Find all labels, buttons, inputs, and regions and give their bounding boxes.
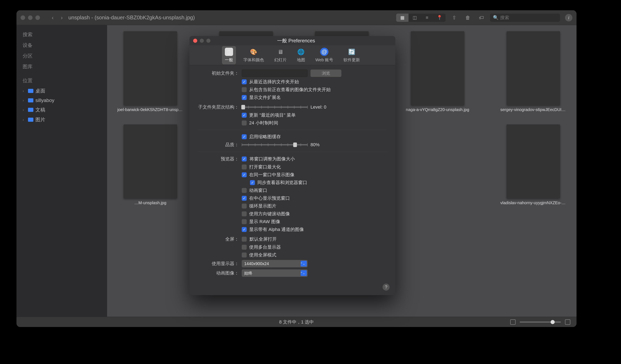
map-view-button[interactable]: 📍	[433, 14, 446, 22]
delete-button[interactable]: 🗑	[463, 14, 473, 22]
label-start-folder: 初始文件夹：	[198, 70, 239, 76]
zoom-knob[interactable]	[551, 320, 555, 324]
thumbnail-image	[506, 31, 560, 105]
help-button[interactable]: ?	[382, 284, 390, 291]
prefs-tab-general[interactable]: ▯一般	[222, 46, 236, 64]
checkbox-arrow-scroll[interactable]	[242, 211, 247, 216]
prefs-title: 一般 Preferences	[201, 37, 392, 44]
back-button[interactable]: ‹	[48, 13, 57, 22]
checkbox-show-ext[interactable]: ✓	[242, 95, 247, 100]
slideshow-icon: 🖥	[276, 48, 285, 56]
thumbnail-image	[123, 125, 177, 198]
prefs-tab-fonts[interactable]: 🎨字体和颜色	[241, 46, 267, 64]
view-single-icon[interactable]	[510, 319, 516, 325]
label-show-raw: 显示 RAW 图像	[249, 219, 280, 225]
forward-button[interactable]: ›	[57, 13, 66, 22]
browse-button[interactable]: 浏览	[310, 69, 341, 77]
thumbnail-item[interactable]: naga-a-vYQrra8gZ20-unsplash.jpg	[407, 31, 468, 112]
checkbox-start-current[interactable]	[242, 87, 247, 92]
sidebar-section-devices[interactable]: 设备	[17, 40, 107, 51]
view-grid-icon[interactable]	[565, 319, 570, 325]
sidebar-item-label: 桌面	[35, 88, 45, 94]
display-select[interactable]: 1440x900x24⌃⌄	[242, 260, 308, 267]
split-view-button[interactable]: ◫	[409, 14, 421, 22]
sidebar-item-desktop[interactable]: ›桌面	[17, 86, 107, 96]
sub-depth-slider[interactable]	[242, 107, 308, 108]
close-window-button[interactable]	[21, 16, 25, 20]
slider-knob[interactable]	[293, 142, 297, 147]
view-mode-group: ▦ ◫ ≡ 📍	[396, 14, 446, 22]
window-title: unsplash - (sonia-dauer-SBZ0bK2gkAs-unsp…	[68, 14, 195, 21]
tag-button[interactable]: 🏷	[476, 14, 486, 22]
checkbox-update-recent[interactable]: ✓	[242, 113, 247, 118]
prefs-tab-map[interactable]: 🌐地图	[294, 46, 308, 64]
slider-knob[interactable]	[241, 105, 245, 110]
thumbnail-item[interactable]: sergey-vinogradov-s6pwJEecDUI-unsplash.j…	[502, 31, 564, 112]
checkbox-multi-display[interactable]	[242, 245, 247, 250]
label-use-display: 使用显示器：	[198, 261, 239, 267]
checkbox-show-alpha[interactable]: ✓	[242, 227, 247, 232]
checkbox-24h[interactable]	[242, 121, 247, 126]
label-quality: 品质：	[198, 142, 239, 148]
label-anim-images: 动画图像：	[198, 270, 239, 276]
checkbox-resize-window[interactable]: ✓	[242, 157, 247, 161]
search-icon: 🔍	[493, 15, 499, 20]
sidebar-item-label: 图片	[35, 116, 45, 123]
thumbnail-caption: …M-unsplash.jpg	[134, 201, 166, 205]
start-folder-field[interactable]	[242, 69, 308, 77]
list-view-button[interactable]: ≡	[421, 14, 433, 22]
quality-slider[interactable]	[242, 144, 308, 145]
checkbox-anim-window[interactable]	[242, 188, 247, 193]
sidebar-item-home[interactable]: ›sillyaboy	[17, 96, 107, 105]
checkbox-fs-mode[interactable]	[242, 253, 247, 257]
sidebar-item-documents[interactable]: ›文稿	[17, 105, 107, 115]
zoom-window-button[interactable]	[35, 16, 40, 20]
minimize-window-button[interactable]	[28, 16, 33, 20]
checkbox-same-window[interactable]: ✓	[242, 172, 247, 177]
chevron-updown-icon: ⌃⌄	[300, 271, 305, 275]
share-button[interactable]: ⇧	[449, 14, 459, 22]
checkbox-start-last[interactable]: ✓	[242, 79, 247, 84]
checkbox-open-max[interactable]	[242, 164, 247, 170]
folder-icon	[28, 89, 33, 93]
checkbox-default-fs[interactable]	[242, 237, 247, 242]
search-input[interactable]: 🔍 搜索	[490, 14, 560, 22]
thumbnail-image	[506, 125, 560, 198]
grid-view-button[interactable]: ▦	[396, 14, 409, 22]
thumbnail-image	[411, 31, 464, 105]
thumbnail-item[interactable]: vladislav-nahorny-uyygjmNXZEo-unsplash.j…	[502, 125, 564, 205]
thumbnail-caption: joel-barwick-0ekKShZDHT8-unsplash.jpg	[117, 107, 183, 112]
prefs-tab-slideshow[interactable]: 🖥幻灯片	[271, 46, 290, 64]
checkbox-center-preview[interactable]: ✓	[242, 196, 247, 201]
statusbar: 8 文件中，1 选中	[17, 317, 577, 327]
prefs-tab-update[interactable]: 🔄软件更新	[341, 46, 363, 64]
sidebar-item-pictures[interactable]: ›图片	[17, 115, 107, 125]
sidebar-section-library[interactable]: 图库	[17, 61, 107, 72]
label-anim-window: 动画窗口	[249, 187, 267, 193]
anim-select[interactable]: 始终⌃⌄	[242, 269, 308, 277]
thumbnail-item[interactable]: …M-unsplash.jpg	[120, 125, 181, 205]
checkbox-show-raw[interactable]	[242, 219, 247, 224]
label-open-max: 打开窗口最大化	[249, 164, 281, 170]
titlebar: ‹ › unsplash - (sonia-dauer-SBZ0bK2gkAs-…	[17, 10, 577, 25]
zoom-slider[interactable]	[520, 321, 561, 323]
sidebar-section-search[interactable]: 搜索	[17, 29, 107, 40]
prefs-tab-web[interactable]: @Web 账号	[312, 46, 336, 64]
label-multi-display: 使用多台显示器	[249, 244, 281, 250]
general-icon: ▯	[225, 48, 233, 56]
thumbnail-caption: sergey-vinogradov-s6pwJEecDUI-unsplash.j…	[500, 107, 566, 112]
checkbox-enable-cache[interactable]: ✓	[242, 134, 247, 139]
folder-icon	[28, 118, 33, 122]
checkbox-loop[interactable]	[242, 204, 247, 208]
sidebar-section-partitions[interactable]: 分区	[17, 51, 107, 61]
thumbnail-item[interactable]: joel-barwick-0ekKShZDHT8-unsplash.jpg	[120, 31, 181, 112]
label-sub-depth: 子文件夹层次结构：	[198, 104, 239, 110]
close-prefs-button[interactable]	[193, 39, 197, 43]
sidebar-item-label: 文稿	[35, 107, 45, 113]
info-button[interactable]: i	[565, 14, 572, 21]
label-24h: 24 小时制时间	[249, 120, 278, 126]
checkbox-sync-windows[interactable]: ✓	[250, 180, 255, 185]
prefs-body: 初始文件夹： 浏览 ✓从最近选择的文件夹开始 从包含当前正在查看的图像的文件夹开…	[190, 65, 395, 295]
thumbnail-image	[123, 31, 177, 105]
label-enable-cache: 启用缩略图缓存	[249, 134, 281, 140]
